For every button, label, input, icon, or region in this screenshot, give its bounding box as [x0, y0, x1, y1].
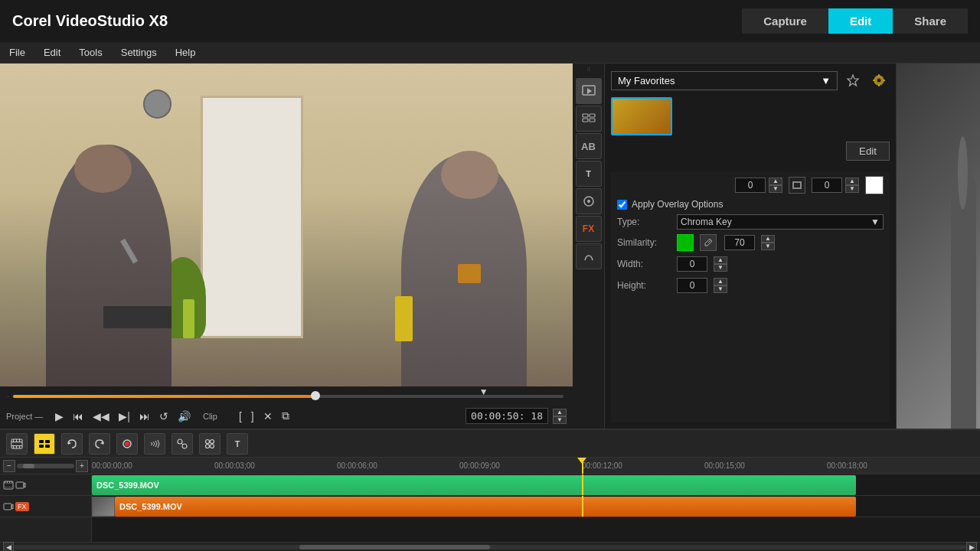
type-value: Chroma Key [681, 217, 732, 227]
clip-overlay[interactable]: DSC_5399.MOV [115, 497, 856, 517]
height-down[interactable]: ▼ [714, 285, 727, 293]
motion-panel-btn[interactable] [576, 243, 602, 269]
height-extra-btn[interactable] [737, 277, 753, 294]
zoom-plus[interactable]: + [76, 460, 88, 472]
favorites-dropdown[interactable]: My Favorites ▼ [611, 71, 838, 90]
fx-panel-btn[interactable] [576, 106, 602, 132]
menu-settings[interactable]: Settings [118, 45, 160, 60]
color-picker-white[interactable] [865, 176, 884, 194]
scroll-thumb[interactable] [299, 545, 490, 549]
menu-bar: File Edit Tools Settings Help [0, 42, 980, 64]
menu-edit[interactable]: Edit [41, 45, 64, 60]
media-panel-btn[interactable] [576, 78, 602, 104]
capture-button[interactable]: Capture [742, 8, 828, 34]
spinner-up-2[interactable]: ▲ [845, 178, 859, 185]
transition-panel-btn[interactable]: T [576, 161, 602, 187]
menu-file[interactable]: File [6, 45, 28, 60]
audio-btn[interactable] [144, 433, 165, 455]
mark-in-button[interactable]: [ [236, 409, 245, 424]
seek-handle[interactable] [311, 391, 320, 400]
width-input[interactable]: 0 [677, 256, 707, 272]
shape-selector[interactable] [789, 177, 805, 194]
similarity-extra-btn[interactable] [784, 234, 801, 251]
redo-btn[interactable] [89, 433, 110, 455]
skip-start-button[interactable]: ⏮ [70, 409, 87, 424]
width-label: Width: [617, 259, 671, 269]
svg-rect-42 [4, 487, 13, 487]
width-down[interactable]: ▼ [714, 264, 727, 272]
scrollbar-bottom[interactable]: ◀ ▶ [0, 542, 980, 551]
loop-button[interactable]: ↺ [156, 409, 172, 424]
favorites-label: My Favorites [618, 75, 675, 86]
mini-preview-image [897, 64, 980, 429]
skip-end-button[interactable]: ⏭ [136, 409, 153, 424]
cut-button[interactable]: ✕ [260, 409, 276, 424]
similarity-input[interactable]: 70 [724, 235, 755, 250]
effects-panel-btn[interactable]: FX [576, 216, 602, 242]
svg-rect-5 [590, 119, 595, 122]
clip-video[interactable]: DSC_5399.MOV [92, 475, 856, 495]
timeline-storyboard-btn[interactable] [34, 433, 55, 455]
spinner-input-2[interactable] [812, 178, 842, 193]
options-wheel-button[interactable] [868, 70, 890, 91]
title-btn[interactable]: T [227, 433, 248, 455]
svg-rect-22 [13, 446, 14, 448]
timeline-filmstrip-btn[interactable] [6, 433, 28, 455]
overlay-panel-btn[interactable] [576, 188, 602, 214]
svg-rect-19 [13, 439, 14, 442]
share-button[interactable]: Share [893, 8, 968, 34]
type-dropdown[interactable]: Chroma Key ▼ [677, 214, 884, 230]
apply-overlay-checkbox[interactable] [617, 200, 627, 210]
spinner-down-2[interactable]: ▼ [845, 185, 859, 193]
play-button[interactable]: ▶ [52, 409, 67, 424]
preview-background [0, 64, 573, 386]
text-panel-btn[interactable]: AB [576, 133, 602, 159]
spinner-btns-2: ▲ ▼ [845, 178, 859, 193]
thumbnail-item-1[interactable] [611, 97, 672, 135]
track-row-overlay: DSC_5399.MOV [92, 496, 980, 517]
width-extra-btn[interactable] [737, 256, 753, 272]
spinner-input-1[interactable]: 0 [735, 178, 766, 193]
menu-tools[interactable]: Tools [76, 45, 105, 60]
scroll-left-btn[interactable]: ◀ [3, 542, 14, 552]
volume-button[interactable]: 🔊 [175, 409, 194, 424]
split-button[interactable]: ⧉ [279, 408, 292, 424]
rewind-button[interactable]: ◀◀ [90, 409, 113, 424]
scroll-track[interactable] [14, 545, 966, 549]
svg-rect-11 [878, 74, 880, 77]
height-input[interactable]: 0 [677, 278, 707, 293]
favorites-star-button[interactable] [842, 70, 864, 91]
clip-label: Clip [203, 412, 217, 421]
edit-panel-button[interactable]: Edit [846, 142, 890, 161]
menu-help[interactable]: Help [172, 45, 199, 60]
svg-marker-48 [24, 483, 25, 487]
chevron-down-icon: ▼ [821, 75, 831, 86]
apply-overlay-label: Apply Overlay Options [632, 199, 723, 210]
track-row-video: DSC_5399.MOV [92, 474, 980, 496]
svg-rect-13 [873, 80, 875, 81]
zoom-minus[interactable]: − [3, 460, 15, 472]
green-color-btn[interactable] [677, 234, 694, 251]
options-panel: 0 ▲ ▼ ▲ ▼ [611, 171, 890, 422]
overlay-checkbox-row: Apply Overlay Options [617, 199, 884, 210]
undo-btn[interactable] [61, 433, 83, 455]
snap-btn[interactable] [172, 433, 193, 455]
timecode-up[interactable]: ▲ [553, 409, 567, 416]
edit-button-nav[interactable]: Edit [828, 8, 893, 34]
spinner-down-1[interactable]: ▼ [769, 185, 782, 193]
similarity-down[interactable]: ▼ [761, 243, 775, 250]
zoom-slider[interactable] [17, 464, 74, 468]
eyedropper-button[interactable] [700, 234, 717, 251]
record-btn[interactable] [116, 433, 138, 455]
mark-out-button[interactable]: ] [248, 409, 257, 424]
scroll-right-btn[interactable]: ▶ [966, 542, 977, 552]
svg-rect-12 [878, 84, 880, 86]
seek-bar-container[interactable]: ···· ▼ [6, 390, 567, 403]
height-up[interactable]: ▲ [714, 278, 727, 285]
step-forward-button[interactable]: ▶| [116, 409, 133, 424]
timecode-down[interactable]: ▼ [553, 416, 567, 424]
spinner-up-1[interactable]: ▲ [769, 178, 782, 185]
width-up[interactable]: ▲ [714, 256, 727, 264]
more-btn[interactable] [199, 433, 220, 455]
similarity-up[interactable]: ▲ [761, 235, 775, 243]
